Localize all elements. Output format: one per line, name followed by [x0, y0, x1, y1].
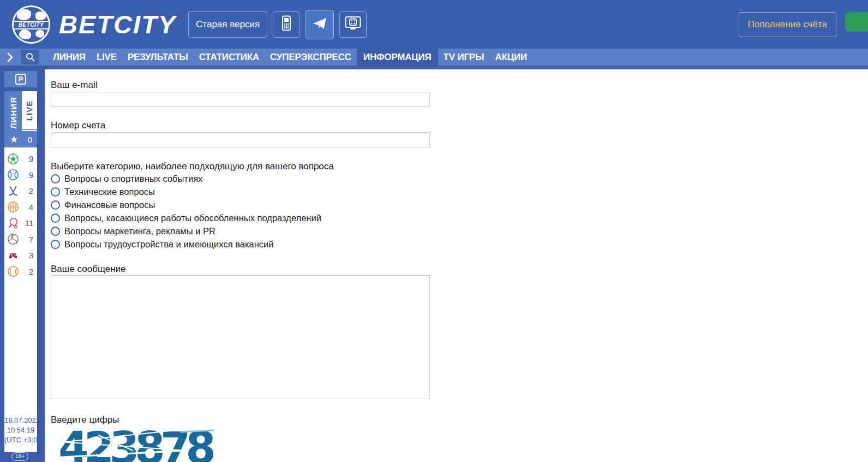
sport-row-basketball[interactable]: 4: [4, 199, 37, 216]
globe-logo-text: BETCITY: [19, 22, 44, 28]
radio-icon: [51, 174, 60, 183]
message-label: Ваше сообщение: [51, 264, 868, 275]
message-field[interactable]: [51, 275, 430, 399]
hockey-icon: [7, 185, 19, 197]
tv-games-button[interactable]: [339, 11, 367, 38]
gamepad-icon: [7, 250, 19, 262]
sport-row-tennis[interactable]: 9: [4, 167, 37, 183]
age-18-badge: 18+: [11, 452, 28, 461]
nav-item-live[interactable]: LIVE: [91, 49, 122, 66]
sidebar-tab-line[interactable]: ЛИНИЯ: [4, 91, 22, 134]
currency-button[interactable]: P: [4, 71, 37, 87]
sport-count: 7: [29, 235, 33, 244]
telegram-icon: [313, 17, 327, 32]
sport-count: 11: [25, 218, 33, 228]
radio-branches[interactable]: Вопросы, касающиеся работы обособленных …: [51, 211, 868, 224]
sport-row-volleyball[interactable]: 7: [4, 232, 37, 248]
sport-count: 4: [29, 203, 33, 212]
telegram-button[interactable]: [306, 10, 334, 39]
star-icon: ★: [10, 134, 18, 145]
nav-item-results[interactable]: РЕЗУЛЬТАТЫ: [122, 49, 194, 66]
login-button-cutoff[interactable]: [845, 12, 868, 32]
sidebar-tab-live[interactable]: LIVE: [22, 91, 37, 129]
radio-sport-events[interactable]: Вопросы о спортивных событиях: [51, 172, 868, 185]
nav-item-information[interactable]: ИНФОРМАЦИЯ: [357, 49, 438, 69]
sidebar-sports-panel: ★ 0 9 9 2 4: [4, 130, 37, 452]
search-icon: [25, 52, 35, 62]
nav-item-promos[interactable]: АКЦИИ: [489, 49, 532, 66]
sport-count: 9: [29, 170, 33, 180]
email-field[interactable]: [51, 92, 430, 107]
feedback-form: Ваш e-mail Номер счета Выберите категори…: [45, 69, 868, 462]
volleyball-icon: [7, 233, 19, 245]
sport-count: 2: [29, 186, 33, 196]
basketball-icon: [7, 201, 19, 213]
sport-row-baseball[interactable]: 2: [4, 264, 37, 280]
account-number-field[interactable]: [51, 132, 430, 147]
monitor-dice-icon: [345, 16, 361, 33]
sports-list: 9 9 2 4 11: [4, 151, 37, 280]
betcity-wordmark: BETCITY: [59, 9, 176, 39]
betcity-app: BETCITY BETCITY Старая версия: [0, 0, 868, 462]
radio-icon: [51, 200, 60, 210]
radio-icon: [51, 187, 60, 197]
sport-count: 2: [29, 267, 33, 276]
main-nav: ЛИНИЯ LIVE РЕЗУЛЬТАТЫ СТАТИСТИКА СУПЕРЭК…: [0, 49, 868, 66]
ruble-icon: P: [15, 74, 26, 85]
sport-count: 9: [29, 154, 33, 163]
nav-item-superexpress[interactable]: СУПЕРЭКСПРЕСС: [265, 49, 357, 66]
sidebar-clock: 18.07.2022 10:54:19 (UTC +3:00): [4, 416, 37, 445]
betcity-globe-logo-icon: BETCITY: [12, 5, 50, 44]
search-button[interactable]: [21, 50, 39, 64]
sport-count: 3: [29, 251, 33, 260]
football-icon: [7, 153, 19, 165]
radio-icon: [51, 214, 60, 223]
sport-row-football[interactable]: 9: [4, 151, 37, 167]
mobile-version-button[interactable]: [273, 11, 300, 38]
radio-financial[interactable]: Финансовые вопросы: [51, 198, 868, 211]
nav-item-line[interactable]: ЛИНИЯ: [47, 49, 91, 66]
radio-employment[interactable]: Вопросы трудоустройства и имеющихся вака…: [51, 238, 868, 251]
account-number-label: Номер счета: [51, 120, 868, 131]
current-date: 18.07.2022: [4, 416, 37, 425]
category-label: Выберите категорию, наиболее подходящую …: [51, 161, 868, 172]
sidebar: P ЛИНИЯ LIVE ★ 0 9 9 2: [0, 69, 45, 462]
email-label: Ваш e-mail: [51, 80, 868, 91]
current-time: 10:54:19: [4, 425, 37, 435]
utc-offset: (UTC +3:00): [4, 435, 37, 445]
mobile-phone-icon: [280, 15, 293, 33]
sport-row-table-tennis[interactable]: 11: [4, 215, 37, 232]
old-version-button[interactable]: Старая версия: [188, 11, 267, 38]
favorites-count: 0: [28, 135, 32, 144]
nav-item-statistics[interactable]: СТАТИСТИКА: [194, 49, 265, 66]
captcha-image: 423878: [58, 427, 189, 462]
table-tennis-icon: [7, 217, 19, 229]
tennis-icon: [7, 169, 19, 181]
nav-item-tv-games[interactable]: TV ИГРЫ: [438, 49, 490, 66]
app-header: BETCITY BETCITY Старая версия: [0, 0, 868, 49]
radio-technical[interactable]: Технические вопросы: [51, 185, 868, 198]
baseball-icon: [7, 265, 19, 277]
radio-icon: [51, 227, 60, 236]
sport-row-hockey[interactable]: 2: [4, 183, 37, 199]
expand-chevron-icon[interactable]: [7, 52, 14, 62]
nav-items: ЛИНИЯ LIVE РЕЗУЛЬТАТЫ СТАТИСТИКА СУПЕРЭК…: [47, 49, 532, 66]
radio-marketing[interactable]: Вопросы маркетинга, рекламы и PR: [51, 224, 868, 238]
deposit-button[interactable]: Пополнение счёта: [739, 12, 836, 37]
radio-icon: [51, 240, 60, 249]
sport-row-esports[interactable]: 3: [4, 247, 37, 264]
